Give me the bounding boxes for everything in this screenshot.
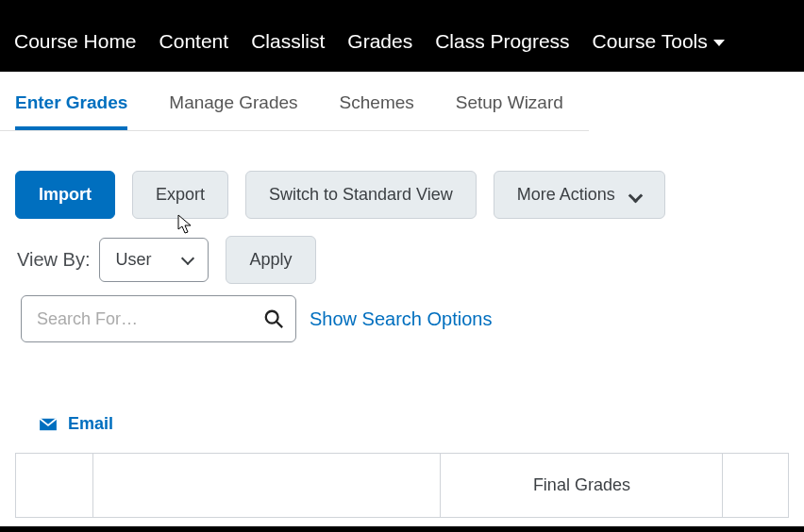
table-header-checkbox (16, 454, 93, 518)
bottom-black-bar (0, 526, 804, 532)
tab-manage-grades[interactable]: Manage Grades (169, 92, 297, 130)
nav-classlist[interactable]: Classlist (251, 30, 325, 53)
svg-point-0 (266, 311, 278, 324)
main-navbar: Course Home Content Classlist Grades Cla… (0, 11, 804, 72)
search-box (21, 295, 296, 342)
view-by-select[interactable]: User (99, 238, 209, 282)
nav-course-home[interactable]: Course Home (14, 30, 137, 53)
grades-table: Final Grades (15, 453, 789, 518)
chevron-down-icon (713, 40, 725, 46)
nav-class-progress[interactable]: Class Progress (435, 30, 569, 53)
more-actions-button[interactable]: More Actions (494, 171, 665, 219)
show-search-options-link[interactable]: Show Search Options (310, 308, 492, 330)
import-button[interactable]: Import (15, 171, 115, 219)
nav-grades[interactable]: Grades (347, 30, 412, 53)
table-header-final-grades: Final Grades (441, 454, 723, 518)
email-row: Email (0, 342, 804, 434)
export-button[interactable]: Export (132, 171, 228, 219)
nav-content[interactable]: Content (159, 30, 229, 53)
more-actions-label: More Actions (517, 185, 615, 205)
view-by-label: View By: (17, 249, 90, 271)
apply-button[interactable]: Apply (226, 236, 315, 284)
grades-subnav: Enter Grades Manage Grades Schemes Setup… (0, 72, 589, 131)
switch-view-button[interactable]: Switch to Standard View (245, 171, 477, 219)
email-icon (38, 417, 59, 432)
search-row: Show Search Options (0, 284, 804, 342)
view-by-selected: User (115, 250, 151, 270)
view-by-row: View By: User Apply (0, 219, 804, 284)
nav-course-tools[interactable]: Course Tools (593, 30, 725, 53)
table-header-extra (723, 454, 789, 518)
svg-line-1 (276, 322, 282, 327)
action-toolbar: Import Export Switch to Standard View Mo… (0, 131, 804, 219)
table-header-name (92, 454, 441, 518)
search-input[interactable] (37, 309, 263, 329)
chevron-down-icon (181, 251, 194, 264)
email-link[interactable]: Email (68, 414, 113, 434)
table-header-row: Final Grades (16, 454, 789, 518)
search-icon[interactable] (263, 308, 284, 329)
chevron-down-icon (628, 189, 642, 202)
tab-setup-wizard[interactable]: Setup Wizard (456, 92, 563, 130)
tab-enter-grades[interactable]: Enter Grades (15, 92, 127, 130)
tab-schemes[interactable]: Schemes (340, 92, 414, 130)
top-black-bar (0, 0, 804, 11)
